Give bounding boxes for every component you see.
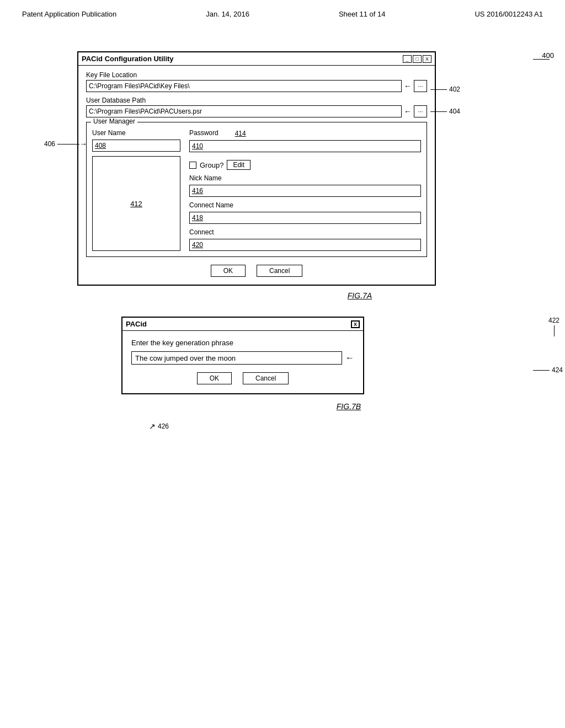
fig7a-container: 400 PACid Configuration Utility _ □ X Ke… xyxy=(77,51,532,300)
keyphrase-input[interactable]: The cow jumped over the moon xyxy=(131,351,342,365)
keyphrase-row: The cow jumped over the moon ← xyxy=(131,351,354,365)
um-right: Password 414 410 xyxy=(189,129,421,251)
keyphrase-arrow-icon: ← xyxy=(345,353,354,363)
connect-input[interactable]: 420 xyxy=(189,239,421,251)
header-date: Jan. 14, 2016 xyxy=(206,10,249,18)
nick-name-input[interactable]: 416 xyxy=(189,185,421,197)
ref-414-label: 414 xyxy=(235,130,246,137)
window-422: PACid X Enter the key generation phrase … xyxy=(121,317,364,394)
user-db-input[interactable]: C:\Program Files\PACid\PACUsers.psr xyxy=(86,105,402,117)
fig7b-label: FIG.7B xyxy=(166,402,532,411)
connect-label: Connect xyxy=(189,228,421,236)
key-file-arrow-icon: ← xyxy=(404,82,412,90)
ok-button[interactable]: OK xyxy=(211,265,246,277)
minimize-button[interactable]: _ xyxy=(403,55,412,63)
close-button[interactable]: X xyxy=(423,55,431,63)
fig7a-label: FIG.7A xyxy=(188,291,532,300)
ok-cancel-row: OK Cancel xyxy=(86,265,427,277)
user-name-label: User Name xyxy=(92,129,180,137)
key-file-label: Key File Location xyxy=(86,71,427,79)
restore-button[interactable]: □ xyxy=(413,55,422,63)
header-patent: US 2016/0012243 A1 xyxy=(475,10,543,18)
user-db-arrow-icon: ← xyxy=(404,107,412,116)
user-db-label: User Database Path xyxy=(86,97,427,104)
ref-404: 404 xyxy=(430,108,460,115)
ref-422: 422 xyxy=(548,317,559,336)
edit-button[interactable]: Edit xyxy=(227,160,250,170)
page-content: 400 PACid Configuration Utility _ □ X Ke… xyxy=(0,18,565,411)
user-manager-legend: User Manager xyxy=(91,117,137,125)
password-label: Password xyxy=(189,129,218,137)
header-left: Patent Application Publication xyxy=(22,10,116,18)
window-controls: _ □ X xyxy=(403,55,431,63)
ref-424: 424 xyxy=(533,366,563,374)
pacid-cancel-button[interactable]: Cancel xyxy=(243,372,289,384)
key-file-row: C:\Program Files\PACid\Key Files\ ← ··· xyxy=(86,80,427,92)
ref-400: 400 xyxy=(542,51,554,60)
user-db-browse-button[interactable]: ··· xyxy=(414,105,427,117)
ref-426: ↗ 426 xyxy=(149,422,169,431)
password-input[interactable]: 410 xyxy=(189,140,421,152)
window-titlebar: PACid Configuration Utility _ □ X xyxy=(78,52,435,66)
pacid-ok-button[interactable]: OK xyxy=(197,372,232,384)
ref-406: 406 → xyxy=(44,140,87,148)
pacid-title: PACid xyxy=(126,320,147,328)
ref-402: 402 xyxy=(430,85,460,93)
group-checkbox[interactable] xyxy=(189,162,196,169)
fig7b-container: 422 PACid X Enter the key generation phr… xyxy=(121,317,532,411)
header-sheet: Sheet 11 of 14 xyxy=(339,10,386,18)
window-title: PACid Configuration Utility xyxy=(82,55,174,63)
user-name-input[interactable]: 408 xyxy=(92,140,180,152)
cancel-button[interactable]: Cancel xyxy=(257,265,302,277)
user-db-row: C:\Program Files\PACid\PACUsers.psr ← ··… xyxy=(86,105,427,117)
group-row: Group? Edit xyxy=(189,160,421,170)
connect-name-input[interactable]: 418 xyxy=(189,212,421,224)
user-listbox[interactable]: 412 xyxy=(92,156,180,251)
key-file-browse-button[interactable]: ··· xyxy=(414,80,427,92)
um-left: User Name 408 412 xyxy=(92,129,180,251)
key-file-input[interactable]: C:\Program Files\PACid\Key Files\ xyxy=(86,80,402,92)
pacid-titlebar: PACid X xyxy=(122,318,363,331)
pacid-ok-cancel-row: OK Cancel xyxy=(131,372,354,384)
user-manager-inner: User Name 408 412 Pass xyxy=(92,129,421,251)
group-label: Group? xyxy=(200,161,223,169)
keyphrase-label: Enter the key generation phrase xyxy=(131,339,354,347)
user-manager-group: User Manager User Name 408 412 xyxy=(86,122,427,257)
connect-name-label: Connect Name xyxy=(189,201,421,209)
pacid-close-button[interactable]: X xyxy=(351,320,360,328)
window-400: PACid Configuration Utility _ □ X Key Fi… xyxy=(77,51,436,286)
window-body: Key File Location C:\Program Files\PACid… xyxy=(78,66,435,285)
page-header: Patent Application Publication Jan. 14, … xyxy=(0,0,565,18)
nick-name-label: Nick Name xyxy=(189,174,421,182)
pacid-body: Enter the key generation phrase The cow … xyxy=(122,331,363,393)
